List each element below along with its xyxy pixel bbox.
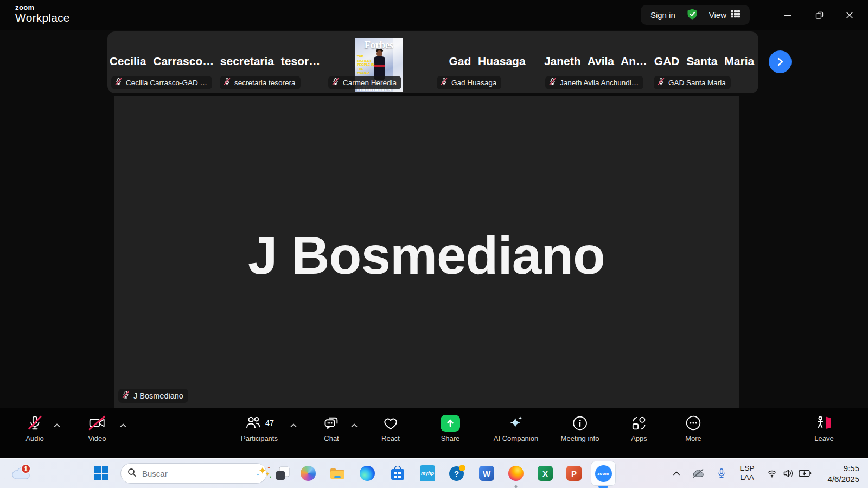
brand-workplace: Workplace	[15, 12, 70, 23]
forbes-masthead: Forbes	[355, 39, 403, 51]
tile-name-label: GAD Santa Maria	[668, 79, 726, 87]
powerpoint-app-icon[interactable]: P	[566, 466, 582, 481]
video-tile-secretaria[interactable]: secretaria tesor… secretaria tesorera	[216, 31, 324, 93]
chat-button[interactable]: Chat	[323, 413, 340, 442]
mic-muted-icon	[440, 78, 448, 87]
participants-options-chevron[interactable]	[290, 420, 297, 430]
ai-companion-label: AI Companion	[494, 434, 538, 442]
help-app-icon[interactable]: ?	[449, 465, 465, 481]
mic-muted-icon	[223, 78, 231, 87]
brand-zoom: zoom	[15, 4, 70, 11]
speaker-icon[interactable]	[783, 468, 794, 478]
mic-muted-icon	[548, 78, 557, 87]
tile-display-name: Cecilia Carrasco…	[107, 55, 216, 68]
window-titlebar: zoom Workplace Sign in View	[0, 0, 868, 30]
tile-name-label: Cecilia Carrasco-GAD …	[126, 79, 207, 87]
sign-in-button[interactable]: Sign in	[650, 10, 675, 20]
myhp-label: myhp	[420, 465, 435, 481]
participants-count: 47	[265, 419, 274, 427]
tile-display-name: Janeth Avila An…	[541, 55, 650, 68]
participants-button[interactable]: 47 Participants	[241, 413, 278, 442]
meeting-info-button[interactable]: Meeting info	[561, 413, 599, 442]
restore-button[interactable]	[805, 0, 833, 30]
video-tile-gad-huasaga[interactable]: Gad Huasaga Gad Huasaga	[433, 31, 541, 93]
taskbar-search[interactable]	[120, 463, 267, 484]
main-speaker-tile[interactable]: J Bosmediano J Bosmediano	[114, 96, 739, 408]
react-button[interactable]: React	[381, 413, 400, 442]
tile-name-pill: Janeth Avila Anchundi…	[545, 76, 643, 89]
tile-name-pill: Cecilia Carrasco-GAD …	[111, 76, 212, 89]
video-options-chevron[interactable]	[120, 420, 127, 430]
share-screen-icon	[441, 415, 460, 432]
minimize-button[interactable]	[774, 0, 802, 30]
video-tile-janeth[interactable]: Janeth Avila An… Janeth Avila Anchundi…	[541, 31, 650, 93]
zoom-app-icon[interactable]: zoom	[591, 461, 616, 486]
copilot-app-icon[interactable]	[301, 466, 316, 481]
microsoft-store-icon[interactable]	[391, 466, 405, 481]
windows-taskbar: 1 myhp	[0, 458, 868, 488]
onedrive-paused-icon[interactable]	[692, 469, 705, 478]
apps-label: Apps	[631, 434, 647, 442]
search-input[interactable]	[142, 469, 250, 478]
ai-companion-button[interactable]: AI Companion	[494, 413, 538, 442]
language-line1: ESP	[739, 464, 754, 473]
clock-date: 4/6/2025	[828, 473, 859, 484]
video-tile-carmen[interactable]: Forbes The richest people in the world B…	[324, 31, 433, 93]
language-indicator[interactable]: ESP LAA	[739, 464, 754, 483]
tile-name-pill: Carmen Heredia	[328, 76, 401, 89]
meeting-toolbar: Audio Video 47 Participants Chat React	[0, 408, 868, 458]
tray-mic-icon[interactable]	[718, 468, 725, 479]
battery-icon[interactable]	[799, 470, 812, 478]
word-app-icon[interactable]: W	[479, 466, 494, 481]
video-tile-gad-santa-maria[interactable]: GAD Santa Maria GAD Santa Maria	[650, 31, 758, 93]
tile-display-name: GAD Santa Maria	[650, 55, 758, 68]
wifi-icon[interactable]	[767, 469, 777, 478]
myhp-app-icon[interactable]: myhp	[420, 465, 435, 481]
meeting-info-label: Meeting info	[561, 434, 599, 442]
audio-label: Audio	[25, 434, 43, 442]
excel-app-icon[interactable]: X	[538, 466, 553, 481]
more-button[interactable]: More	[685, 413, 701, 442]
leave-label: Leave	[814, 434, 833, 442]
video-button[interactable]: Video	[88, 413, 106, 442]
tile-name-label: Gad Huasaga	[451, 79, 496, 87]
notification-badge[interactable]: 1	[21, 464, 31, 474]
leave-button[interactable]: Leave	[814, 413, 833, 442]
tile-name-pill: GAD Santa Maria	[654, 76, 731, 89]
security-shield-icon[interactable]	[686, 8, 698, 22]
excel-glyph: X	[538, 466, 553, 481]
react-label: React	[381, 434, 400, 442]
firefox-running-indicator	[515, 485, 518, 488]
audio-options-chevron[interactable]	[54, 420, 61, 430]
powerpoint-glyph: P	[566, 466, 582, 481]
leave-door-icon	[815, 413, 832, 433]
firefox-browser-icon[interactable]	[508, 466, 524, 481]
task-view-button[interactable]	[275, 466, 290, 481]
tray-chevron-up[interactable]	[673, 471, 680, 476]
view-button[interactable]: View	[709, 10, 740, 20]
more-ellipsis-icon	[685, 413, 701, 433]
speaker-name-pill: J Bosmediano	[118, 389, 188, 403]
file-explorer-icon[interactable]	[329, 466, 346, 480]
share-button[interactable]: Share	[441, 413, 460, 442]
cover-person-belt	[374, 65, 385, 67]
edge-browser-icon[interactable]	[360, 466, 375, 481]
mic-muted-icon	[122, 390, 130, 401]
mic-muted-icon	[27, 413, 43, 433]
close-button[interactable]	[835, 0, 864, 30]
tile-display-name: Gad Huasaga	[433, 55, 541, 68]
apps-button[interactable]: Apps	[631, 413, 647, 442]
more-label: More	[685, 434, 701, 442]
participants-label: Participants	[241, 434, 278, 442]
chat-options-chevron[interactable]	[351, 420, 358, 430]
apps-icon	[631, 413, 647, 433]
zoom-workplace-logo: zoom Workplace	[15, 4, 70, 23]
taskbar-clock[interactable]: 9:55 4/6/2025	[828, 463, 859, 484]
next-page-button[interactable]	[769, 50, 792, 73]
start-button[interactable]	[94, 466, 108, 480]
video-tile-cecilia[interactable]: Cecilia Carrasco… Cecilia Carrasco-GAD …	[107, 31, 216, 93]
ai-sparkle-icon	[507, 413, 525, 433]
audio-button[interactable]: Audio	[25, 413, 43, 442]
tile-name-label: Carmen Heredia	[343, 79, 397, 87]
mic-muted-icon	[331, 78, 340, 87]
